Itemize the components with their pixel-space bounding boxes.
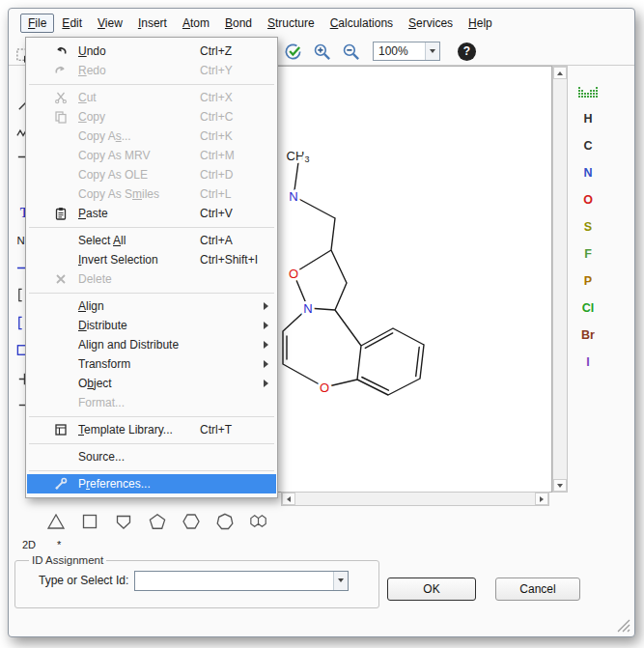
menu-item-label: Template Library... <box>78 423 173 437</box>
template-cyclopentane[interactable] <box>143 509 172 534</box>
element-f[interactable]: F <box>576 243 600 265</box>
menu-item-shortcut: Ctrl+Y <box>200 64 233 77</box>
element-h[interactable]: H <box>576 108 600 129</box>
edit-menu-item-copy-as-ole: Copy As OLECtrl+D <box>26 165 277 184</box>
cancel-button[interactable]: Cancel <box>495 578 580 601</box>
edit-menu-item-paste[interactable]: PasteCtrl+V <box>26 204 277 223</box>
edit-menu-item-source[interactable]: Source... <box>26 447 277 466</box>
id-combobox[interactable] <box>134 571 349 591</box>
no-icon <box>52 377 69 391</box>
menu-separator <box>29 416 274 417</box>
edit-menu-item-undo[interactable]: UndoCtrl+Z <box>26 42 277 61</box>
menubar-item-structure[interactable]: Structure <box>260 14 322 33</box>
pentagon-down-template-icon <box>114 512 133 531</box>
zoom-level-combobox[interactable]: 100% <box>373 42 440 61</box>
periodic-table-button[interactable] <box>576 85 600 102</box>
atom-label-methyl-sub: 3 <box>305 155 310 164</box>
menubar-item-services[interactable]: Services <box>401 14 461 33</box>
element-p[interactable]: P <box>576 270 600 292</box>
atom-label-n5: N <box>303 301 312 316</box>
element-toolbar: HCNOSFPClBrI <box>574 66 602 493</box>
edit-menu-item-align-and-distribute[interactable]: Align and Distribute <box>26 335 277 354</box>
edit-menu-item-object[interactable]: Object <box>26 374 277 393</box>
scroll-left-button[interactable] <box>282 493 295 505</box>
menubar-item-edit[interactable]: Edit <box>54 14 90 33</box>
element-o[interactable]: O <box>576 189 600 211</box>
menubar-item-calculations[interactable]: Calculations <box>322 14 401 33</box>
element-cl[interactable]: Cl <box>576 297 600 319</box>
menubar-item-view[interactable]: View <box>90 14 130 33</box>
edit-menu-item-align[interactable]: Align <box>26 296 277 316</box>
resize-grip[interactable] <box>614 616 630 633</box>
template-cyclopropane[interactable] <box>42 509 70 534</box>
zoom-in-button[interactable] <box>310 40 333 63</box>
template-cyclohexane[interactable] <box>177 509 206 534</box>
menubar-item-atom[interactable]: Atom <box>175 14 217 33</box>
preferences-icon <box>52 477 69 492</box>
menubar-item-insert[interactable]: Insert <box>130 14 175 33</box>
menu-item-label: Delete <box>78 272 112 286</box>
pentagon-template-icon <box>148 512 167 531</box>
menu-item-label: Align and Distribute <box>78 338 179 352</box>
square-template-icon <box>80 512 99 531</box>
heptagon-template-icon <box>215 512 235 531</box>
scroll-down-button[interactable] <box>553 479 567 492</box>
edit-menu-item-invert-selection[interactable]: Invert SelectionCtrl+Shift+I <box>26 250 277 269</box>
element-c[interactable]: C <box>576 135 600 156</box>
menu-separator <box>29 470 274 471</box>
element-i[interactable]: I <box>576 352 600 373</box>
mode-bar: 2D * <box>18 537 65 552</box>
hexagon-template-icon <box>182 512 201 531</box>
vertical-scrollbar[interactable] <box>552 66 568 493</box>
zoom-dropdown-button[interactable] <box>425 42 439 60</box>
template-naphthalene[interactable] <box>244 509 273 534</box>
scroll-right-button[interactable] <box>535 493 548 505</box>
edit-menu-item-copy-as-mrv: Copy As MRVCtrl+M <box>26 146 277 165</box>
menu-separator <box>29 227 274 228</box>
check-structure-button[interactable] <box>281 40 304 63</box>
atom-label-methyl: CH <box>287 149 305 163</box>
mode-2d-button[interactable]: 2D <box>18 537 40 552</box>
chevron-down-icon <box>338 578 344 582</box>
id-assignment-legend: ID Assignment <box>29 554 106 566</box>
menu-item-shortcut: Ctrl+C <box>200 110 233 124</box>
edit-menu-item-copy-as: Copy As...Ctrl+K <box>26 127 277 146</box>
menu-separator <box>29 293 274 294</box>
element-br[interactable]: Br <box>576 324 600 346</box>
no-icon <box>52 168 69 183</box>
scroll-up-button[interactable] <box>553 67 567 79</box>
edit-menu-item-transform[interactable]: Transform <box>26 354 277 374</box>
edit-menu-item-format: Format... <box>26 393 277 412</box>
edit-menu-item-distribute[interactable]: Distribute <box>26 316 277 335</box>
menu-separator <box>29 443 274 444</box>
template-cyclobutane[interactable] <box>75 509 104 534</box>
id-assignment-row: Type or Select Id: <box>23 566 371 595</box>
element-n[interactable]: N <box>576 162 600 183</box>
id-combo-dropdown-button[interactable] <box>333 572 348 590</box>
edit-menu-item-copy-as-smiles: Copy As SmilesCtrl+L <box>26 184 277 204</box>
help-button[interactable]: ? <box>458 42 476 61</box>
element-s[interactable]: S <box>576 216 600 238</box>
undo-icon <box>52 44 69 59</box>
menu-item-shortcut: Ctrl+D <box>200 168 233 182</box>
no-icon <box>52 450 69 465</box>
menu-separator <box>29 84 274 85</box>
template-star-button[interactable]: * <box>53 537 65 552</box>
edit-menu-item-select-all[interactable]: Select AllCtrl+A <box>26 231 277 250</box>
edit-menu-item-redo: RedoCtrl+Y <box>26 61 277 80</box>
no-icon <box>52 319 69 333</box>
menu-item-label: Paste <box>78 207 108 220</box>
edit-menu-item-preferences[interactable]: Preferences... <box>27 474 276 493</box>
horizontal-scrollbar[interactable] <box>281 492 549 506</box>
menubar: FileEditViewInsertAtomBondStructureCalcu… <box>20 13 623 34</box>
edit-menu-item-template-library[interactable]: Template Library...Ctrl+T <box>26 420 277 439</box>
check-structure-icon <box>283 42 303 62</box>
template-cycloheptane[interactable] <box>210 509 239 534</box>
ok-button[interactable]: OK <box>387 578 476 601</box>
double-bond-lines <box>287 333 419 390</box>
menubar-item-bond[interactable]: Bond <box>217 14 260 33</box>
menubar-item-help[interactable]: Help <box>461 14 500 33</box>
menubar-item-file[interactable]: File <box>20 14 54 33</box>
template-cyclopentane-down[interactable] <box>109 509 138 534</box>
zoom-out-button[interactable] <box>339 40 362 63</box>
